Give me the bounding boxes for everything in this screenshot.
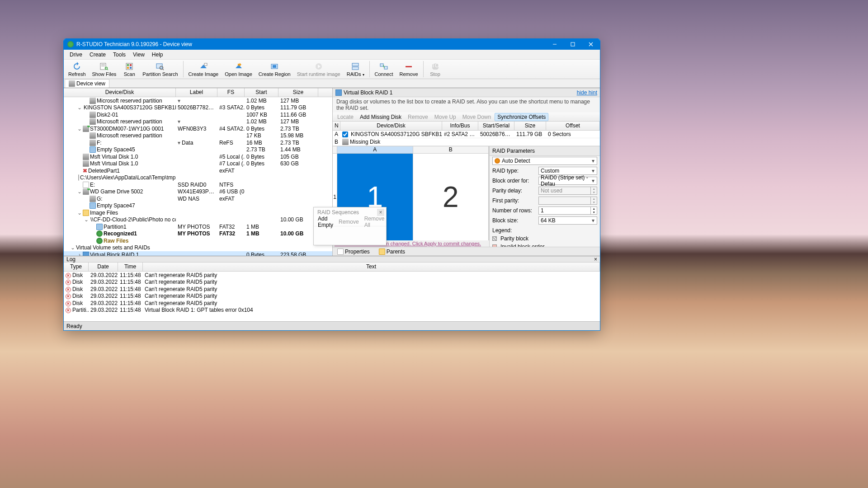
chevron-down-icon: ▾: [590, 218, 596, 223]
log-row[interactable]: ✕Disk 29.03.2022 11:15:48 Can't regenera…: [64, 293, 600, 300]
raid-sequences-popup[interactable]: RAID Sequences × Add EmptyRemoveRemove A…: [313, 207, 387, 245]
window-title: R-STUDIO Technician 9.0.190296 - Device …: [76, 41, 546, 47]
legend-item: Parity block: [490, 235, 600, 243]
col-device[interactable]: Device/Disk: [64, 88, 176, 97]
tree-row[interactable]: Empty Space47: [64, 202, 332, 210]
open-image-button[interactable]: Open Image: [222, 61, 255, 78]
partition-search-button[interactable]: Partition Search: [140, 61, 180, 78]
maximize-button[interactable]: [564, 39, 582, 50]
parents-tab[interactable]: Parents: [376, 248, 408, 256]
runtime-image-icon: [314, 62, 323, 71]
tree-row[interactable]: G: WD NAS exFAT: [64, 195, 332, 202]
col-size[interactable]: Size: [278, 88, 318, 97]
svg-rect-1: [571, 42, 575, 46]
refresh-button[interactable]: Refresh: [66, 61, 89, 78]
expander-icon[interactable]: ›: [77, 252, 82, 256]
log-row[interactable]: ✕Disk 29.03.2022 11:15:48 Can't regenera…: [64, 286, 600, 293]
raid-disk-row[interactable]: A KINGSTON SA400S37120G SBFKB1D1 #2 SATA…: [333, 131, 600, 138]
expander-icon[interactable]: ⌄: [77, 126, 82, 132]
drive-icon: [90, 118, 96, 125]
tree-row[interactable]: Disk2-01 1007 KB 111.66 GB: [64, 111, 332, 118]
raid-disk-checkbox[interactable]: [342, 131, 348, 137]
raid-tool-add-missing-disk[interactable]: Add Missing Disk: [357, 113, 404, 121]
block-col-a[interactable]: A: [337, 146, 413, 153]
tree-row[interactable]: ⌄KINGSTON SA400S37120G SBFKB1D1 50026B77…: [64, 104, 332, 112]
titlebar[interactable]: R-STUDIO Technician 9.0.190296 - Device …: [64, 39, 600, 50]
expander-icon[interactable]: ⌄: [77, 210, 82, 216]
raid-tool-locate: Locate: [335, 113, 356, 121]
log-row[interactable]: ✕Disk 29.03.2022 11:15:48 Can't regenera…: [64, 272, 600, 279]
col-start[interactable]: Start: [245, 88, 278, 97]
tree-row[interactable]: ⌄Virtual Volume sets and RAIDs: [64, 244, 332, 252]
tree-row[interactable]: ›Virtual Block RAID 1 0 Bytes 223.58 GB: [64, 251, 332, 256]
close-button[interactable]: [582, 39, 600, 50]
tree-row[interactable]: E: SSD RAID0 NTFS: [64, 181, 332, 188]
raidtype-dropdown[interactable]: Custom▾: [538, 167, 597, 175]
tree-row[interactable]: Microsoft reserved partition ▾ 1.02 MB 1…: [64, 97, 332, 104]
popup-tool-add-empty[interactable]: Add Empty: [316, 215, 335, 229]
raid-tool-synchronize-offsets[interactable]: Synchronize Offsets: [495, 113, 548, 121]
properties-icon: [337, 249, 344, 255]
auto-detect-dropdown[interactable]: Auto Detect ▾: [492, 157, 597, 165]
tree-body[interactable]: Microsoft reserved partition ▾ 1.02 MB 1…: [64, 97, 332, 256]
show-files-button[interactable]: Show Files: [90, 61, 119, 78]
partition-search-icon: [156, 62, 165, 71]
spin-up-icon[interactable]: ▴: [590, 207, 597, 211]
paritydelay-input: Not used▴▾: [538, 187, 597, 195]
create-region-button[interactable]: Create Region: [256, 61, 293, 78]
tree-row[interactable]: ✖DeletedPart1 exFAT: [64, 167, 332, 174]
tree-row[interactable]: Microsoft reserved partition ▾ 1.02 MB 1…: [64, 118, 332, 126]
tree-row[interactable]: Recognized1 MY PHOTOS FAT32 1 MB 10.00 G…: [64, 230, 332, 238]
device-view-tab[interactable]: Device view: [65, 79, 109, 88]
remove-button[interactable]: Remove: [397, 61, 421, 78]
tree-row[interactable]: Microsoft reserved partition 17 KB 15.98…: [64, 132, 332, 140]
expander-icon[interactable]: ⌄: [77, 104, 82, 111]
tree-row[interactable]: ⌄\\CF-DD-Cloud-2\Public\Photo no copyri.…: [64, 216, 332, 224]
block-cell-2[interactable]: 2: [413, 154, 489, 240]
expander-icon[interactable]: ⌄: [84, 216, 89, 223]
tree-row[interactable]: ⌄ST3000DM007-1WY10G 0001 WFN0B3Y3 #4 SAT…: [64, 125, 332, 132]
log-row[interactable]: ✕Disk 29.03.2022 11:15:48 Can't regenera…: [64, 279, 600, 286]
menu-drive[interactable]: Drive: [66, 51, 86, 59]
expander-icon[interactable]: ⌄: [77, 188, 82, 195]
log-row[interactable]: ✕Disk 29.03.2022 11:15:48 Can't regenera…: [64, 300, 600, 307]
spin-up-icon: ▴: [590, 197, 597, 201]
tree-row[interactable]: Msft Virtual Disk 1.0 #5 Local (... 0 By…: [64, 153, 332, 160]
log-row[interactable]: ✕Partiti... 29.03.2022 11:15:48 Virtual …: [64, 307, 600, 314]
tree-row[interactable]: Msft Virtual Disk 1.0 #7 Local (... 0 By…: [64, 160, 332, 168]
device-icon: [69, 80, 75, 87]
error-icon: ✕: [66, 280, 71, 285]
tree-row[interactable]: ⌄Image Files: [64, 209, 332, 216]
tree-row[interactable]: C:\Users\Alex\AppData\Local\Temp\tmp29..…: [64, 174, 332, 182]
minimize-button[interactable]: [546, 39, 564, 50]
numberofrows-input[interactable]: 1▴▾: [538, 206, 597, 215]
block-col-b[interactable]: B: [413, 146, 489, 153]
properties-tab[interactable]: Properties: [335, 248, 373, 256]
scan-button[interactable]: Scan: [120, 61, 139, 78]
blockorderfor-dropdown[interactable]: RAID0 (Stripe set) - Defau▾: [538, 177, 597, 185]
tree-row[interactable]: Raw Files: [64, 237, 332, 244]
col-label[interactable]: Label: [176, 88, 217, 97]
hide-hint-link[interactable]: hide hint: [577, 89, 597, 96]
menu-tools[interactable]: Tools: [109, 51, 129, 59]
col-fs[interactable]: FS: [217, 88, 245, 97]
statusbar: Ready: [64, 321, 600, 330]
tree-row[interactable]: Partition1 MY PHOTOS FAT32 1 MB: [64, 223, 332, 230]
raid-disk-row[interactable]: B Missing Disk: [333, 138, 600, 146]
create-image-button[interactable]: Create Image: [186, 61, 222, 78]
file-icon: [78, 174, 79, 181]
menu-create[interactable]: Create: [86, 51, 109, 59]
spin-down-icon[interactable]: ▾: [590, 211, 597, 214]
log-body[interactable]: ✕Disk 29.03.2022 11:15:48 Can't regenera…: [64, 272, 600, 321]
tree-row[interactable]: Empty Space45 2.73 TB 1.44 MB: [64, 146, 332, 154]
connect-button[interactable]: Connect: [372, 61, 396, 78]
svg-rect-13: [130, 67, 132, 69]
expander-icon[interactable]: ⌄: [71, 244, 75, 251]
log-close-icon[interactable]: ×: [594, 256, 597, 263]
menu-view[interactable]: View: [129, 51, 148, 59]
raids-button[interactable]: RAIDs ▾: [344, 61, 367, 78]
menu-help[interactable]: Help: [148, 51, 167, 59]
blocksize-dropdown[interactable]: 64 KB▾: [538, 216, 597, 225]
tree-row[interactable]: ⌄WD Game Drive 5002 WX41E493PFF6 #6 USB …: [64, 188, 332, 196]
tree-row[interactable]: F: ▾Data ReFS 16 MB 2.73 TB: [64, 139, 332, 146]
